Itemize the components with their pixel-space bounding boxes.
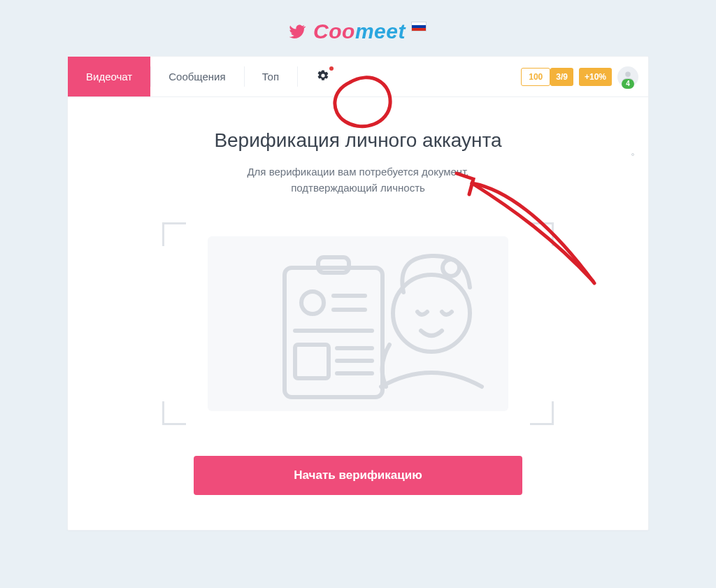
tab-bar: Видеочат Сообщения Топ 100 3/9 +10% 4 bbox=[68, 57, 648, 97]
main-panel: Видеочат Сообщения Топ 100 3/9 +10% 4 bbox=[67, 56, 649, 531]
illustration-frame bbox=[162, 222, 554, 425]
content-area: Верификация личного аккаунта Для верифик… bbox=[68, 97, 648, 530]
page-title: Верификация личного аккаунта bbox=[214, 129, 501, 152]
frame-corner-tl bbox=[162, 222, 186, 246]
decorative-dot bbox=[631, 153, 634, 156]
svg-point-11 bbox=[443, 259, 459, 276]
status-chips: 100 3/9 +10% 4 bbox=[521, 57, 648, 96]
frame-corner-bl bbox=[162, 401, 186, 425]
avatar-count-badge: 4 bbox=[622, 79, 634, 89]
bird-icon bbox=[289, 22, 308, 41]
tab-settings[interactable] bbox=[297, 57, 349, 96]
russia-flag-icon[interactable] bbox=[411, 22, 427, 31]
svg-rect-5 bbox=[295, 345, 329, 378]
frame-corner-tr bbox=[530, 222, 554, 246]
svg-point-1 bbox=[301, 292, 324, 314]
avatar[interactable]: 4 bbox=[617, 66, 638, 87]
tab-messages[interactable]: Сообщения bbox=[150, 57, 243, 96]
notification-dot bbox=[329, 66, 334, 71]
bonus-chip[interactable]: +10% bbox=[579, 68, 612, 86]
start-verification-button[interactable]: Начать верификацию bbox=[194, 456, 522, 495]
svg-rect-9 bbox=[318, 257, 349, 273]
illustration bbox=[208, 236, 508, 411]
brand-text: Coomeet bbox=[313, 20, 406, 43]
page-subtitle: Для верификации вам потребуется документ… bbox=[247, 164, 468, 196]
ratio-chip[interactable]: 3/9 bbox=[550, 68, 573, 86]
frame-corner-br bbox=[530, 401, 554, 425]
credits-chip[interactable]: 100 bbox=[521, 68, 550, 86]
brand-header: Coomeet bbox=[289, 20, 427, 43]
tab-top[interactable]: Топ bbox=[244, 57, 297, 96]
tab-videochat[interactable]: Видеочат bbox=[68, 57, 150, 96]
gear-icon bbox=[317, 72, 329, 84]
